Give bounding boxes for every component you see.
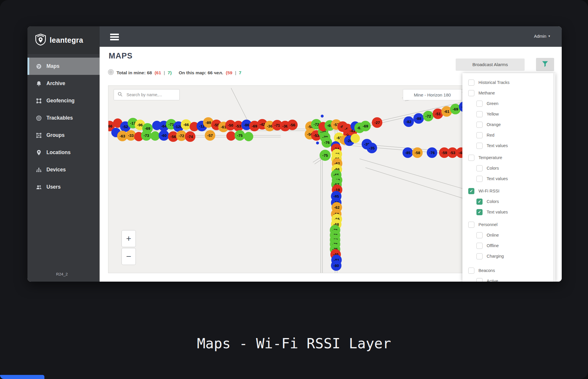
target-icon	[36, 115, 42, 121]
filter-label: Beacons	[478, 268, 495, 273]
filter-temperature[interactable]: Temperature	[462, 152, 555, 163]
marker-rssi-value: -56	[171, 135, 176, 139]
checkbox-icon[interactable]	[476, 101, 483, 107]
map-marker[interactable]: -35	[367, 143, 377, 153]
filter-online[interactable]: Online	[462, 230, 555, 240]
map-marker[interactable]: -72	[423, 111, 433, 121]
map-marker[interactable]: -88	[413, 113, 424, 124]
filter-wi-fi-rssi[interactable]: ✓Wi-Fi RSSI	[462, 186, 555, 196]
filter-button[interactable]	[536, 58, 554, 71]
checkbox-icon[interactable]	[476, 243, 483, 249]
search-box[interactable]	[114, 89, 180, 100]
panel-scrollbar[interactable]	[553, 73, 555, 282]
map-marker[interactable]: -27	[372, 117, 382, 128]
map-marker[interactable]: -69	[360, 121, 371, 131]
map-marker[interactable]: -60	[159, 130, 169, 141]
marker-rssi-value: -53	[450, 151, 455, 155]
zoom-in-button[interactable]: +	[122, 230, 136, 247]
map-selector[interactable]: Mine - Horizon 180	[403, 89, 462, 100]
map-canvas[interactable]: -66-52-17-96-69-64-71-120-66-12-89-55-61…	[108, 85, 463, 273]
checkbox-checked-icon[interactable]: ✓	[476, 209, 483, 215]
filter-charging[interactable]: Charging	[462, 251, 555, 261]
filter-green[interactable]: Green	[462, 98, 555, 109]
marker-rssi-value: -82	[406, 120, 412, 124]
map-marker[interactable]	[244, 132, 253, 141]
filter-historical-tracks[interactable]: Historical Tracks	[462, 77, 555, 88]
marker-rssi-value: -51	[435, 112, 441, 116]
sidebar-item-groups[interactable]: Groups	[27, 127, 100, 144]
sidebar-item-archive[interactable]: Archive	[27, 75, 100, 92]
checkbox-icon[interactable]	[468, 155, 474, 161]
filter-yellow[interactable]: Yellow	[462, 109, 555, 119]
marker-rssi-value: -50	[228, 123, 233, 128]
checkbox-icon[interactable]	[468, 268, 474, 274]
map-marker[interactable]: -75	[235, 130, 245, 141]
map-marker[interactable]: -73	[141, 130, 152, 141]
map-marker[interactable]: -85	[403, 147, 413, 158]
map-marker[interactable]: -74	[185, 131, 195, 142]
filter-offline[interactable]: Offline	[462, 240, 555, 251]
map-marker[interactable]: -76	[322, 137, 332, 148]
map-marker[interactable]: -75	[320, 150, 331, 161]
chevron-down-icon: ▾	[548, 34, 550, 38]
broadcast-alarms-button[interactable]: Broadcast Alarms	[456, 58, 525, 71]
sidebar-item-maps[interactable]: Maps	[27, 58, 100, 75]
filter-label: Text values	[487, 210, 508, 214]
checkbox-icon[interactable]	[468, 222, 474, 228]
filter-active[interactable]: Active	[462, 276, 555, 282]
map-marker[interactable]: -76	[427, 147, 437, 158]
filter-colors[interactable]: Colors	[462, 163, 555, 173]
marker-rssi-value: -53	[236, 124, 241, 128]
map-marker[interactable]: -57	[205, 130, 215, 141]
filter-methane[interactable]: Methane	[462, 88, 555, 98]
filter-label: Green	[487, 101, 498, 106]
checkbox-icon[interactable]	[476, 232, 483, 238]
sidebar-item-label: Users	[46, 184, 61, 190]
filter-text-values[interactable]: Text values	[462, 140, 555, 151]
filter-red[interactable]: Red	[462, 130, 555, 140]
checkbox-icon[interactable]	[476, 143, 483, 149]
checkbox-checked-icon[interactable]: ✓	[468, 188, 474, 194]
menu-icon[interactable]	[110, 34, 119, 42]
admin-menu[interactable]: Admin ▾	[534, 34, 550, 39]
sidebar-item-geofencing[interactable]: Geofencing	[27, 92, 100, 109]
marker-rssi-value: -36	[267, 124, 273, 128]
map-marker[interactable]	[351, 134, 360, 143]
search-icon	[117, 92, 123, 98]
map-marker[interactable]	[316, 142, 319, 144]
filter-text-values[interactable]: Text values	[462, 173, 555, 184]
stat-total-red: (61	[155, 70, 161, 75]
checkbox-icon[interactable]	[468, 90, 474, 96]
map-marker[interactable]: -82	[403, 116, 414, 127]
topbar: Admin ▾	[100, 26, 562, 47]
map-marker[interactable]	[321, 115, 324, 118]
checkbox-icon[interactable]	[476, 165, 483, 171]
checkbox-icon[interactable]	[468, 80, 474, 86]
checkbox-icon[interactable]	[476, 278, 483, 282]
sidebar-item-trackables[interactable]: Trackables	[27, 109, 100, 127]
checkbox-icon[interactable]	[476, 176, 483, 182]
marker-rssi-value: -69	[252, 124, 257, 128]
map-marker[interactable]: -48	[456, 147, 463, 158]
zoom-out-button[interactable]: −	[122, 248, 136, 265]
checkbox-icon[interactable]	[476, 111, 483, 117]
filter-personnel[interactable]: Personnel	[462, 219, 555, 230]
filter-colors[interactable]: ✓Colors	[462, 196, 555, 207]
map-marker[interactable]: -80	[331, 260, 341, 271]
sidebar-item-users[interactable]: Users	[27, 178, 100, 196]
map-marker[interactable]: -56	[287, 120, 298, 130]
stat-pipe: |	[235, 70, 236, 75]
filter-beacons[interactable]: Beacons	[462, 265, 555, 276]
sidebar-item-devices[interactable]: Devices	[27, 161, 100, 178]
checkbox-icon[interactable]	[476, 122, 483, 128]
checkbox-checked-icon[interactable]: ✓	[476, 199, 483, 205]
checkbox-icon[interactable]	[476, 132, 483, 138]
filter-text-values[interactable]: ✓Text values	[462, 207, 555, 217]
map-marker[interactable]: -58	[412, 147, 423, 158]
sidebar-item-locations[interactable]: Locations	[27, 144, 100, 161]
search-input[interactable]	[126, 92, 176, 97]
funnel-icon	[541, 61, 549, 68]
filter-orange[interactable]: Orange	[462, 119, 555, 130]
sidebar-item-label: Trackables	[46, 115, 73, 121]
checkbox-icon[interactable]	[476, 253, 483, 259]
